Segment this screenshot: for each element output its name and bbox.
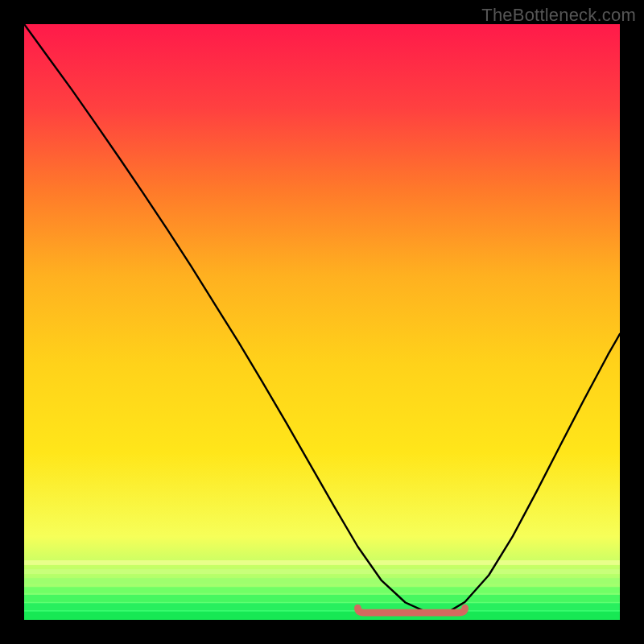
plot-area bbox=[24, 24, 620, 620]
svg-rect-5 bbox=[24, 603, 620, 610]
svg-rect-3 bbox=[24, 587, 620, 592]
svg-rect-6 bbox=[24, 612, 620, 620]
svg-rect-4 bbox=[24, 595, 620, 602]
chart-frame: TheBottleneck.com bbox=[0, 0, 644, 644]
chart-svg bbox=[24, 24, 620, 620]
chart-background bbox=[24, 24, 620, 620]
svg-rect-0 bbox=[24, 560, 620, 565]
watermark-text: TheBottleneck.com bbox=[481, 5, 636, 26]
svg-rect-1 bbox=[24, 569, 620, 574]
svg-rect-2 bbox=[24, 578, 620, 584]
